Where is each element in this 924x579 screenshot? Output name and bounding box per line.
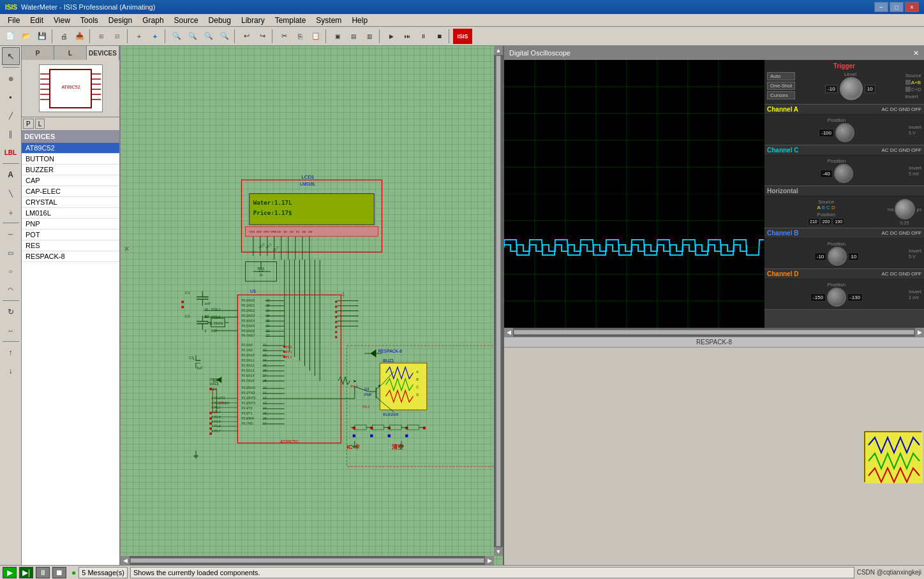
scroll-down[interactable]: ▼ xyxy=(494,547,503,556)
tb-step[interactable]: ⏭ xyxy=(399,29,415,44)
menu-system[interactable]: System xyxy=(311,14,346,27)
ch-a-ac[interactable]: AC xyxy=(882,106,889,112)
tb-print[interactable]: 🖨 xyxy=(56,29,71,44)
tb-new[interactable]: 📄 xyxy=(3,29,18,44)
ch-b-invert[interactable]: Invert xyxy=(909,248,921,254)
ch-c-pos-knob[interactable] xyxy=(834,164,853,183)
tool-line[interactable]: ─ xyxy=(2,225,20,243)
tool-power[interactable]: ⏚ xyxy=(2,203,20,221)
tab-devices[interactable]: DEVICES xyxy=(87,46,119,60)
tb-undo[interactable]: ↩ xyxy=(239,29,254,44)
tool-select[interactable]: ↖ xyxy=(2,47,20,65)
minimize-button[interactable]: − xyxy=(874,2,888,12)
ch-d-ac[interactable]: AC xyxy=(882,271,889,277)
tab-p[interactable]: P xyxy=(22,46,54,60)
tb-cut[interactable]: ✂ xyxy=(276,29,292,44)
osc-scroll-right[interactable]: ▶ xyxy=(915,328,924,337)
tb-pause2[interactable]: ⏸ xyxy=(415,29,431,44)
device-item-cap-elec[interactable]: CAP-ELEC xyxy=(22,186,119,197)
horiz-time-knob[interactable] xyxy=(895,199,915,219)
tool-rect[interactable]: ▭ xyxy=(2,244,20,261)
tb-copy[interactable]: ⎘ xyxy=(292,29,308,44)
device-item-crystal[interactable]: CRYSTAL xyxy=(22,197,119,208)
tb-block3[interactable]: ▥ xyxy=(362,29,377,44)
device-item-at89c52[interactable]: AT89C52 xyxy=(22,143,119,154)
tool-arc[interactable]: ◠ xyxy=(2,281,20,298)
tb-block[interactable]: ▣ xyxy=(330,29,345,44)
ch-a-off[interactable]: OFF xyxy=(911,106,921,112)
play-button[interactable]: ▶ xyxy=(3,567,17,578)
tb-block2[interactable]: ▤ xyxy=(346,29,361,44)
trigger-auto-btn[interactable]: Auto xyxy=(767,72,795,80)
ch-d-pos-knob[interactable] xyxy=(827,288,846,307)
tb-save[interactable]: 💾 xyxy=(34,29,50,44)
device-add-btn[interactable]: P xyxy=(23,119,34,129)
tb-redo[interactable]: ↪ xyxy=(255,29,270,44)
schematic-area[interactable]: ✕ LCD1 LM016L Water:1.17L Price:1.17$ VS… xyxy=(121,46,503,565)
device-item-pot[interactable]: POT xyxy=(22,230,119,240)
device-item-respack8[interactable]: RESPACK-8 xyxy=(22,251,119,262)
menu-tools[interactable]: Tools xyxy=(75,14,103,27)
device-item-buzzer[interactable]: BUZZER xyxy=(22,165,119,175)
scroll-up[interactable]: ▲ xyxy=(494,46,503,55)
device-list[interactable]: AT89C52 BUTTON BUZZER CAP CAP-ELEC CRYST… xyxy=(22,143,119,565)
ch-c-ac[interactable]: AC xyxy=(882,147,889,153)
ch-a-dc[interactable]: DC xyxy=(890,106,898,112)
device-item-res[interactable]: RES xyxy=(22,240,119,251)
device-item-cap[interactable]: CAP xyxy=(22,175,119,186)
tool-down[interactable]: ↓ xyxy=(2,362,20,380)
horiz-ch-b[interactable]: B xyxy=(822,205,825,210)
tb-add-comp[interactable]: + xyxy=(131,29,147,44)
tool-up[interactable]: ↑ xyxy=(2,344,20,362)
menu-edit[interactable]: Edit xyxy=(25,14,48,27)
v-scroll-thumb[interactable] xyxy=(496,55,501,546)
ch-b-dc[interactable]: DC xyxy=(890,230,898,236)
osc-scroll-left[interactable]: ◀ xyxy=(504,328,513,337)
tb-import[interactable]: 📥 xyxy=(72,29,87,44)
close-button[interactable]: × xyxy=(905,2,919,12)
step-button[interactable]: ▶| xyxy=(19,567,33,578)
menu-help[interactable]: Help xyxy=(346,14,373,27)
v-scrollbar[interactable]: ▲ ▼ xyxy=(494,46,503,556)
osc-h-scrollbar[interactable]: ◀ ▶ xyxy=(504,328,924,337)
trigger-oneshot-btn[interactable]: One-Shot xyxy=(767,82,795,90)
tool-junction[interactable]: ● xyxy=(2,88,20,106)
tool-circle[interactable]: ○ xyxy=(2,262,20,280)
schematic-canvas[interactable]: ✕ LCD1 LM016L Water:1.17L Price:1.17$ VS… xyxy=(121,46,503,565)
tb-grid[interactable]: ⊞ xyxy=(94,29,109,44)
scroll-left[interactable]: ◀ xyxy=(121,556,130,565)
tool-label[interactable]: LBL xyxy=(2,143,20,161)
tb-zoom-in[interactable]: 🔍 xyxy=(169,29,184,44)
menu-view[interactable]: View xyxy=(48,14,75,27)
device-item-lm016l[interactable]: LM016L xyxy=(22,208,119,219)
ch-d-dc[interactable]: DC xyxy=(890,271,898,277)
tb-zoom-out[interactable]: 🔍 xyxy=(185,29,200,44)
pause-button[interactable]: ⏸ xyxy=(36,567,50,578)
tool-bus[interactable]: ║ xyxy=(2,125,20,143)
trigger-cursors-btn[interactable]: Cursors xyxy=(767,91,795,99)
ch-d-invert[interactable]: Invert xyxy=(909,289,921,295)
tool-bus-entry[interactable]: ╲ xyxy=(2,184,20,202)
tb-add-wire[interactable]: + xyxy=(147,29,163,44)
level-knob[interactable] xyxy=(840,77,863,100)
h-scroll-thumb[interactable] xyxy=(130,558,484,563)
tb-open[interactable]: 📂 xyxy=(19,29,34,44)
osc-h-thumb[interactable] xyxy=(514,330,914,335)
ch-a-pos-knob[interactable] xyxy=(835,123,854,142)
horiz-ch-a[interactable]: A xyxy=(817,205,820,210)
menu-source[interactable]: Source xyxy=(169,14,204,27)
tool-wire[interactable]: ╱ xyxy=(2,106,20,124)
tb-zoom-all[interactable]: 🔍 xyxy=(201,29,216,44)
scroll-right[interactable]: ▶ xyxy=(485,556,494,565)
ch-c-invert[interactable]: Invert xyxy=(909,165,921,171)
tool-rotate[interactable]: ↻ xyxy=(2,303,20,321)
ch-b-off[interactable]: OFF xyxy=(911,230,921,236)
horiz-ch-c[interactable]: C xyxy=(826,205,830,210)
menu-template[interactable]: Template xyxy=(270,14,311,27)
tab-l[interactable]: L xyxy=(54,46,87,60)
tb-stop2[interactable]: ⏹ xyxy=(431,29,447,44)
tool-text[interactable]: A xyxy=(2,166,20,184)
ch-c-off[interactable]: OFF xyxy=(911,147,921,153)
device-filter-btn[interactable]: L xyxy=(35,119,45,129)
ch-b-gnd[interactable]: GND xyxy=(898,230,910,236)
